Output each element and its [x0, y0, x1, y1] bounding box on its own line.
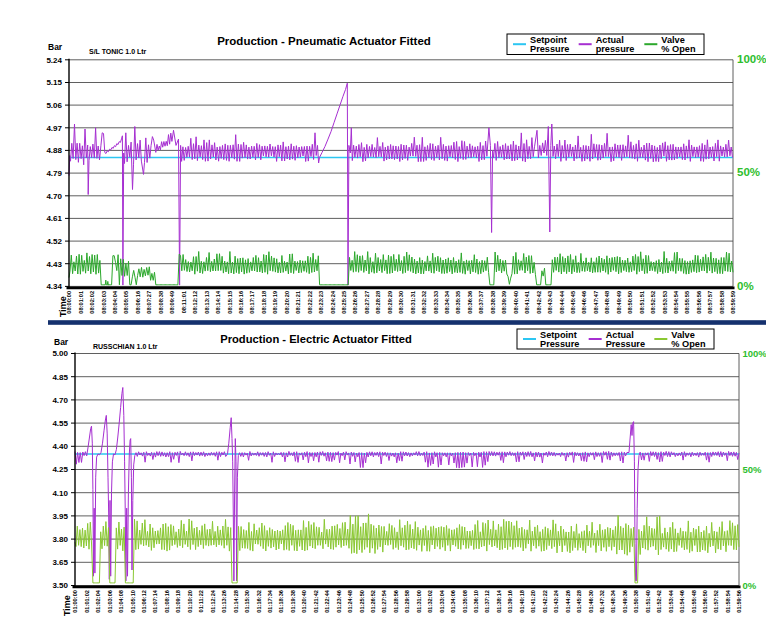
svg-text:01:01:02: 01:01:02	[84, 590, 90, 613]
svg-text:5.06: 5.06	[46, 101, 62, 110]
svg-text:4.85: 4.85	[52, 373, 68, 382]
svg-text:01:52:42: 01:52:42	[656, 590, 662, 613]
svg-text:08:04:04: 08:04:04	[112, 290, 118, 314]
svg-text:08:26:26: 08:26:26	[353, 291, 359, 314]
svg-text:08:46:46: 08:46:46	[582, 291, 588, 314]
svg-text:3.80: 3.80	[52, 535, 68, 544]
svg-text:08:15:15: 08:15:15	[227, 291, 233, 314]
svg-text:01:44:26: 01:44:26	[565, 590, 571, 613]
svg-text:01:04:08: 01:04:08	[118, 590, 124, 613]
svg-text:08:43:43: 08:43:43	[547, 291, 553, 314]
svg-text:01:19:38: 01:19:38	[290, 590, 296, 613]
svg-text:Time: Time	[62, 595, 72, 616]
svg-text:08:30:30: 08:30:30	[398, 291, 404, 314]
svg-text:08:38:38: 08:38:38	[490, 291, 496, 314]
svg-text:01:06:12: 01:06:12	[141, 590, 147, 613]
svg-text:01:15:30: 01:15:30	[244, 590, 250, 613]
svg-text:01:18:36: 01:18:36	[278, 590, 284, 613]
svg-text:08:23:23: 08:23:23	[318, 291, 324, 314]
svg-text:08:57:57: 08:57:57	[707, 291, 713, 314]
svg-text:01:23:46: 01:23:46	[336, 590, 342, 613]
svg-text:01:13:26: 01:13:26	[221, 590, 227, 613]
svg-text:08:25:25: 08:25:25	[341, 291, 347, 314]
svg-text:08:17:17: 08:17:17	[250, 291, 256, 314]
svg-text:01:51:40: 01:51:40	[645, 590, 651, 613]
svg-text:01:21:42: 01:21:42	[313, 590, 319, 613]
svg-text:08:07:27: 08:07:27	[146, 291, 152, 314]
svg-text:01:49:36: 01:49:36	[622, 590, 628, 613]
svg-text:08:49:49: 08:49:49	[616, 291, 622, 314]
svg-text:08:41:41: 08:41:41	[524, 291, 530, 314]
svg-text:01:35:08: 01:35:08	[462, 590, 468, 613]
svg-text:08:51:51: 08:51:51	[639, 291, 645, 314]
svg-text:08:22:22: 08:22:22	[307, 291, 313, 314]
svg-text:01:39:16: 01:39:16	[507, 590, 513, 613]
svg-text:08:19:19: 08:19:19	[272, 291, 278, 314]
svg-text:08:53:53: 08:53:53	[662, 291, 668, 314]
svg-text:01:03:06: 01:03:06	[107, 590, 113, 613]
svg-text:Pressure: Pressure	[530, 44, 569, 54]
svg-text:01:08:16: 01:08:16	[164, 590, 170, 613]
svg-text:08:58:58: 08:58:58	[719, 291, 725, 314]
svg-text:01:10:20: 01:10:20	[187, 590, 193, 613]
svg-text:01:29:58: 01:29:58	[404, 590, 410, 613]
svg-text:01:32:02: 01:32:02	[427, 590, 433, 613]
svg-text:100%: 100%	[737, 53, 766, 65]
svg-text:01:45:28: 01:45:28	[576, 590, 582, 613]
svg-text:08:39:39: 08:39:39	[501, 291, 507, 314]
svg-text:S/L TONIC 1.0 Ltr: S/L TONIC 1.0 Ltr	[89, 48, 147, 55]
svg-text:08:45:45: 08:45:45	[570, 291, 576, 314]
svg-text:0%: 0%	[743, 580, 757, 591]
svg-text:08:56:56: 08:56:56	[696, 291, 702, 314]
svg-text:% Open: % Open	[661, 44, 696, 54]
svg-text:01:43:24: 01:43:24	[553, 589, 559, 613]
svg-text:08:13:13: 08:13:13	[204, 291, 210, 314]
svg-text:Bar: Bar	[48, 42, 63, 52]
svg-text:08:21:21: 08:21:21	[295, 291, 301, 314]
svg-text:08:16:16: 08:16:16	[238, 291, 244, 314]
svg-text:08:55:55: 08:55:55	[685, 291, 691, 314]
svg-text:4.70: 4.70	[52, 396, 68, 405]
svg-text:5.15: 5.15	[46, 78, 62, 87]
svg-text:08:28:28: 08:28:28	[375, 291, 381, 314]
svg-text:01:58:54: 01:58:54	[725, 589, 731, 613]
svg-text:01:37:12: 01:37:12	[484, 590, 490, 613]
svg-text:01:42:22: 01:42:22	[542, 590, 548, 613]
svg-text:Pressure: Pressure	[606, 339, 645, 349]
svg-text:01:17:34: 01:17:34	[267, 589, 273, 613]
svg-text:01:14:28: 01:14:28	[233, 590, 239, 613]
svg-text:50%: 50%	[737, 166, 760, 178]
svg-text:Production - Electric Actuator: Production - Electric Actuator Fitted	[220, 333, 412, 345]
svg-text:08:01:01: 08:01:01	[78, 291, 84, 314]
svg-text:4.88: 4.88	[46, 146, 62, 155]
svg-text:08:08:38: 08:08:38	[158, 291, 164, 314]
svg-text:01:09:18: 01:09:18	[175, 590, 181, 613]
svg-text:50%: 50%	[743, 464, 763, 475]
svg-text:01:55:48: 01:55:48	[691, 590, 697, 613]
svg-text:08:02:02: 08:02:02	[89, 291, 95, 314]
svg-text:4.40: 4.40	[52, 442, 68, 451]
svg-text:08:33:33: 08:33:33	[433, 291, 439, 314]
svg-text:4.97: 4.97	[46, 124, 62, 133]
svg-text:3.95: 3.95	[52, 512, 68, 521]
svg-text:4.79: 4.79	[46, 169, 62, 178]
svg-text:01:53:44: 01:53:44	[668, 589, 674, 613]
svg-text:01:12:24: 01:12:24	[210, 589, 216, 613]
svg-text:08:32:32: 08:32:32	[421, 291, 427, 314]
svg-text:01:11:22: 01:11:22	[198, 590, 204, 612]
svg-text:5.00: 5.00	[52, 349, 68, 358]
svg-text:01:20:40: 01:20:40	[301, 590, 307, 613]
svg-text:01:34:06: 01:34:06	[450, 590, 456, 613]
svg-text:0%: 0%	[737, 280, 754, 292]
svg-text:Pressure: Pressure	[540, 339, 579, 349]
svg-text:01:48:34: 01:48:34	[610, 589, 616, 613]
svg-text:4.61: 4.61	[46, 214, 62, 223]
svg-text:01:24:48: 01:24:48	[347, 590, 353, 613]
svg-text:3.65: 3.65	[52, 558, 68, 567]
svg-text:01:41:20: 01:41:20	[530, 590, 536, 613]
svg-text:08:47:47: 08:47:47	[593, 291, 599, 314]
svg-text:08:37:37: 08:37:37	[478, 291, 484, 314]
svg-text:01:22:44: 01:22:44	[324, 589, 330, 613]
svg-text:4.25: 4.25	[52, 465, 68, 474]
svg-text:01:02:04: 01:02:04	[95, 589, 101, 613]
